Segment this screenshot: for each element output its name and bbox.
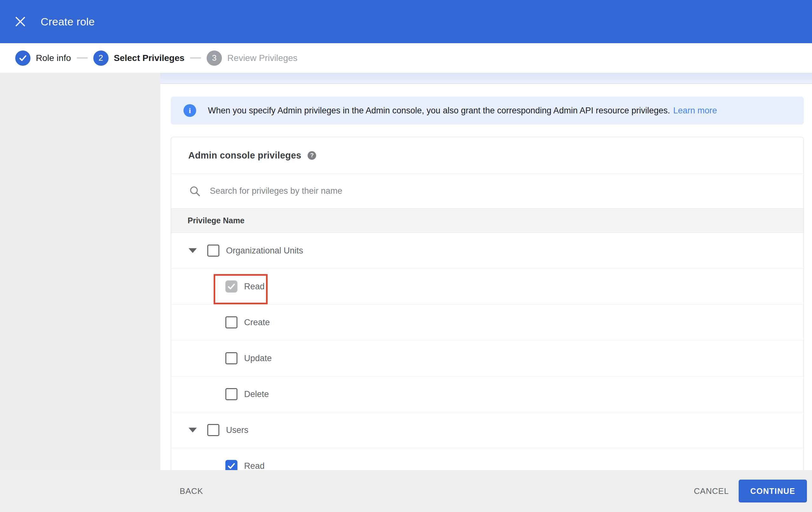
stepper: Role info 2 Select Privileges 3 Review P… [0, 43, 812, 73]
privilege-label: Update [244, 353, 272, 363]
privilege-name-column-header: Privilege Name [187, 216, 244, 225]
scrolled-content-edge [160, 73, 812, 84]
privilege-label: Users [226, 425, 249, 435]
cancel-button[interactable]: CANCEL [694, 486, 729, 496]
step-separator [190, 57, 201, 58]
users-checkbox[interactable] [207, 424, 219, 436]
step-complete-circle [15, 51, 30, 66]
organizational-units-checkbox[interactable] [207, 245, 219, 257]
close-button[interactable] [13, 15, 27, 29]
create-checkbox[interactable] [225, 316, 237, 328]
privilege-label: Read [244, 461, 265, 470]
privilege-row-delete: Delete [171, 376, 804, 412]
step-label: Review Privileges [227, 53, 297, 63]
card-title-row: Admin console privileges ? [171, 137, 804, 173]
privilege-label: Organizational Units [226, 246, 303, 256]
back-button[interactable]: BACK [180, 486, 203, 496]
step-number-circle: 3 [207, 51, 222, 66]
privilege-row-organizational-units: Organizational Units [171, 233, 804, 269]
step-label: Select Privileges [114, 53, 185, 63]
create-role-dialog: Create role Role info 2 Select Privilege… [0, 0, 812, 512]
check-icon [227, 282, 236, 291]
collapse-caret-icon[interactable] [188, 428, 197, 433]
privilege-label: Read [244, 282, 265, 292]
continue-button[interactable]: CONTINUE [739, 480, 807, 503]
dialog-body: i When you specify Admin privileges in t… [0, 73, 812, 470]
admin-console-privileges-card: Admin console privileges ? Privilege Nam… [171, 137, 804, 470]
privilege-table-header: Privilege Name [171, 208, 804, 233]
dialog-title: Create role [40, 16, 95, 28]
learn-more-link[interactable]: Learn more [673, 106, 717, 116]
banner-text: When you specify Admin privileges in the… [208, 106, 670, 116]
step-role-info[interactable]: Role info [15, 51, 71, 66]
delete-checkbox[interactable] [225, 388, 237, 400]
content-area: i When you specify Admin privileges in t… [160, 73, 812, 470]
privilege-row-create: Create [171, 304, 804, 341]
check-icon [19, 54, 27, 62]
privilege-row-users-read: Read [171, 448, 804, 470]
privilege-search-input[interactable] [210, 186, 686, 196]
privilege-label: Delete [244, 389, 269, 399]
help-icon[interactable]: ? [308, 151, 316, 160]
read-checkbox[interactable] [225, 280, 237, 293]
info-banner: i When you specify Admin privileges in t… [171, 97, 804, 125]
step-number-circle: 2 [93, 51, 109, 66]
info-icon: i [183, 104, 196, 117]
collapse-caret-icon[interactable] [188, 248, 197, 253]
step-label: Role info [36, 53, 71, 63]
app-bar: Create role [0, 0, 812, 43]
card-title: Admin console privileges [188, 150, 301, 161]
privilege-row-read: Read [171, 269, 804, 304]
step-separator [77, 57, 88, 58]
privilege-row-update: Update [171, 341, 804, 376]
step-select-privileges[interactable]: 2 Select Privileges [93, 51, 185, 66]
privilege-search-row [171, 173, 804, 208]
left-gutter [0, 73, 160, 470]
footer-bar: BACK CANCEL CONTINUE [0, 470, 812, 512]
users-read-checkbox[interactable] [225, 460, 237, 470]
close-icon [14, 16, 26, 27]
update-checkbox[interactable] [225, 352, 237, 364]
step-review-privileges[interactable]: 3 Review Privileges [207, 51, 297, 66]
check-icon [227, 461, 236, 470]
privilege-label: Create [244, 318, 270, 327]
privilege-row-users: Users [171, 412, 804, 448]
search-icon [189, 185, 201, 197]
